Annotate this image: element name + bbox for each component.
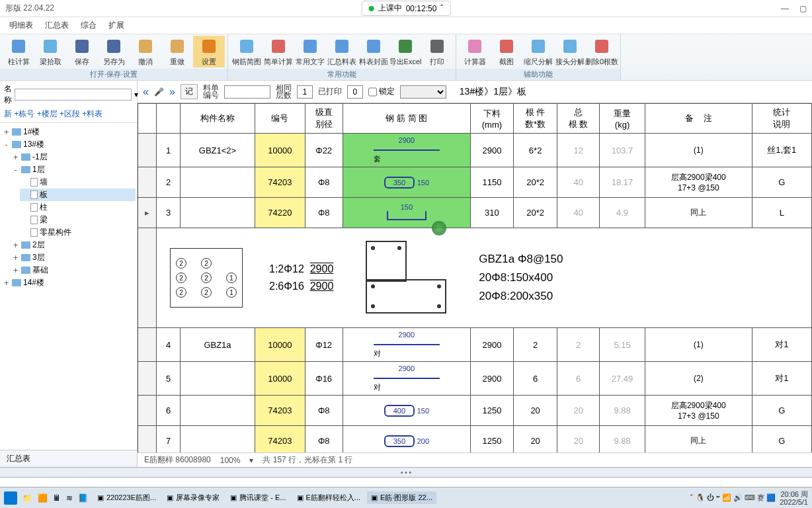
tree-node-板[interactable]: 板 bbox=[20, 189, 136, 201]
cell-diameter[interactable]: Φ8 bbox=[305, 396, 343, 426]
menu-general[interactable]: 综合 bbox=[81, 20, 97, 31]
bill-no-input[interactable] bbox=[224, 85, 270, 99]
cell-length[interactable]: 1250 bbox=[470, 396, 513, 426]
cell-count[interactable]: 6 bbox=[513, 362, 557, 396]
cell-total[interactable]: 40 bbox=[557, 167, 600, 198]
project-tree[interactable]: +1#楼-13#楼+-1层-1层墙板柱梁零星构件+2层+3层+基础+14#楼+2… bbox=[0, 123, 137, 289]
cell-stat[interactable]: G bbox=[752, 396, 811, 426]
zoom-dropdown-icon[interactable]: ▾ bbox=[249, 456, 253, 465]
ribbon-设置[interactable]: 设置 bbox=[193, 36, 225, 67]
row-selector[interactable] bbox=[138, 362, 157, 396]
ribbon-导出Excel[interactable]: 导出Excel bbox=[389, 36, 421, 67]
tree-node-3层[interactable]: +3层 bbox=[11, 251, 136, 264]
cell-code[interactable]: 74203 bbox=[255, 396, 305, 426]
ribbon-撤消[interactable]: 撤消 bbox=[130, 36, 161, 67]
tree-node-零星构件[interactable]: 零星构件 bbox=[20, 226, 136, 239]
col-header[interactable]: 备 注 bbox=[645, 104, 752, 134]
taskbar-app[interactable]: ▣220223E筋图... bbox=[93, 491, 160, 504]
col-header[interactable]: 下料 (mm) bbox=[470, 104, 513, 134]
cell-weight[interactable]: 27.49 bbox=[600, 362, 645, 396]
cell-count[interactable]: 20*2 bbox=[513, 167, 557, 198]
cell-name[interactable]: GBZ1<2> bbox=[181, 134, 255, 167]
cell-total[interactable]: 2 bbox=[557, 328, 600, 362]
cell-total[interactable]: 20 bbox=[557, 426, 600, 453]
tree-node-14#楼[interactable]: +14#楼 bbox=[1, 276, 136, 289]
cell-shape[interactable]: 2900套 bbox=[343, 134, 470, 167]
cell-note[interactable]: 同上 bbox=[645, 198, 752, 228]
row-selector[interactable] bbox=[138, 167, 157, 198]
cell-diameter[interactable]: Φ12 bbox=[305, 328, 343, 362]
ribbon-保存[interactable]: 保存 bbox=[66, 36, 98, 67]
tree-node--1层[interactable]: +-1层 bbox=[11, 151, 136, 163]
cell-count[interactable]: 20 bbox=[513, 426, 557, 453]
cell-total[interactable]: 6 bbox=[557, 362, 600, 396]
cell-weight[interactable]: 18.17 bbox=[600, 167, 645, 198]
prev-arrow-icon[interactable]: « bbox=[143, 86, 149, 98]
maximize-button[interactable]: ▢ bbox=[799, 4, 807, 13]
ribbon-截图[interactable]: 截图 bbox=[491, 36, 522, 67]
ribbon-删除0根数[interactable]: 删除0根数 bbox=[586, 36, 618, 67]
cell-diameter[interactable]: Φ22 bbox=[305, 134, 343, 167]
tb-vs-icon[interactable]: ≋ bbox=[66, 493, 73, 503]
cell-note[interactable]: 同上 bbox=[645, 426, 752, 453]
taskbar-app[interactable]: ▣E筋翻样轻松入... bbox=[293, 491, 365, 504]
lock-select[interactable] bbox=[400, 85, 446, 99]
cell-diameter[interactable]: Φ16 bbox=[305, 362, 343, 396]
cell-stat[interactable]: G bbox=[752, 167, 811, 198]
status-zoom[interactable]: 100% bbox=[220, 456, 241, 465]
row-selector[interactable]: ▸ bbox=[138, 198, 157, 228]
cell-note[interactable]: (2) bbox=[645, 362, 752, 396]
tree-node-墙[interactable]: 墙 bbox=[20, 176, 136, 189]
cell-name[interactable] bbox=[181, 198, 255, 228]
tb-explorer-icon[interactable]: 📁 bbox=[22, 493, 32, 503]
taskbar-app[interactable]: ▣E筋·图形版 22... bbox=[367, 491, 436, 504]
tree-node-基础[interactable]: +基础 bbox=[11, 264, 136, 276]
ribbon-简单计算[interactable]: 简单计算 bbox=[263, 36, 294, 67]
cell-length[interactable]: 2900 bbox=[470, 362, 513, 396]
cell-stat[interactable]: 丝1,套1 bbox=[752, 134, 811, 167]
ribbon-计算器[interactable]: 计算器 bbox=[459, 36, 491, 67]
cell-code[interactable]: 10000 bbox=[255, 362, 305, 396]
cell-diameter[interactable]: Φ8 bbox=[305, 167, 343, 198]
ribbon-接头分解[interactable]: 接头分解 bbox=[554, 36, 586, 67]
record-button[interactable]: 记 bbox=[181, 84, 198, 99]
cell-weight[interactable]: 9.88 bbox=[600, 396, 645, 426]
cell-count[interactable]: 2 bbox=[513, 328, 557, 362]
tree-node-梁[interactable]: 梁 bbox=[20, 214, 136, 226]
start-button[interactable] bbox=[4, 491, 17, 505]
tree-twisty-icon[interactable]: + bbox=[3, 278, 10, 288]
cell-total[interactable]: 12 bbox=[557, 134, 600, 167]
cell-shape[interactable]: 2900对 bbox=[343, 328, 470, 362]
col-header[interactable]: 钢 筋 简 图 bbox=[343, 104, 470, 134]
same-floor-input[interactable] bbox=[297, 85, 313, 99]
cell-weight[interactable]: 9.88 bbox=[600, 426, 645, 453]
cell-stat[interactable]: 对1 bbox=[752, 362, 811, 396]
name-input[interactable] bbox=[15, 89, 132, 101]
cell-note[interactable]: 层高2900梁400 17+3 @150 bbox=[645, 396, 752, 426]
cell-name[interactable] bbox=[181, 167, 255, 198]
cell-shape[interactable]: 350 150 bbox=[343, 167, 470, 198]
cell-note[interactable]: (1) bbox=[645, 328, 752, 362]
taskbar-app[interactable]: ▣腾讯课堂 - E... bbox=[226, 491, 290, 504]
tree-twisty-icon[interactable]: + bbox=[3, 128, 10, 137]
menu-summary[interactable]: 汇总表 bbox=[45, 20, 69, 31]
cell-total[interactable]: 40 bbox=[557, 198, 600, 228]
row-selector[interactable] bbox=[138, 328, 157, 362]
cell-code[interactable]: 74203 bbox=[255, 167, 305, 198]
ribbon-重做[interactable]: 重做 bbox=[161, 36, 193, 67]
cell-shape[interactable]: 350 200 bbox=[343, 426, 470, 453]
cell-length[interactable]: 2900 bbox=[470, 134, 513, 167]
tree-twisty-icon[interactable]: + bbox=[12, 253, 19, 263]
minimize-button[interactable]: — bbox=[781, 4, 789, 13]
cell-length[interactable]: 2900 bbox=[470, 328, 513, 362]
lock-checkbox[interactable] bbox=[368, 85, 377, 99]
row-selector[interactable] bbox=[138, 396, 157, 426]
horizontal-splitter[interactable]: • • • bbox=[0, 467, 812, 478]
tree-twisty-icon[interactable]: + bbox=[12, 241, 19, 250]
cell-weight[interactable]: 103.7 bbox=[600, 134, 645, 167]
bottom-tab-summary[interactable]: 汇总表 bbox=[0, 450, 137, 467]
cell-weight[interactable]: 5.15 bbox=[600, 328, 645, 362]
tree-node-13#楼[interactable]: -13#楼 bbox=[1, 138, 136, 151]
cell-length[interactable]: 310 bbox=[470, 198, 513, 228]
col-header[interactable]: 总 根 数 bbox=[557, 104, 600, 134]
